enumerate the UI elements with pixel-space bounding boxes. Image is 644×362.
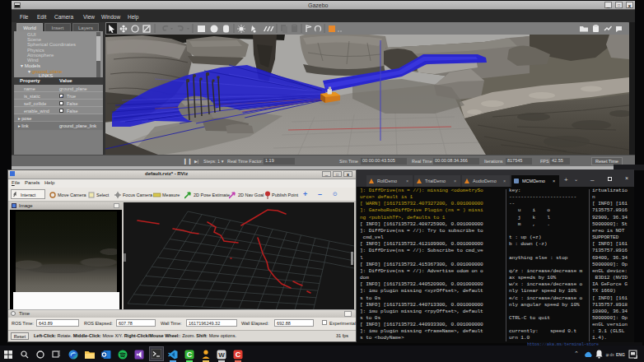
svg-text:C: C: [236, 350, 241, 359]
svg-text:C: C: [187, 350, 193, 359]
svg-text:W: W: [218, 351, 225, 359]
